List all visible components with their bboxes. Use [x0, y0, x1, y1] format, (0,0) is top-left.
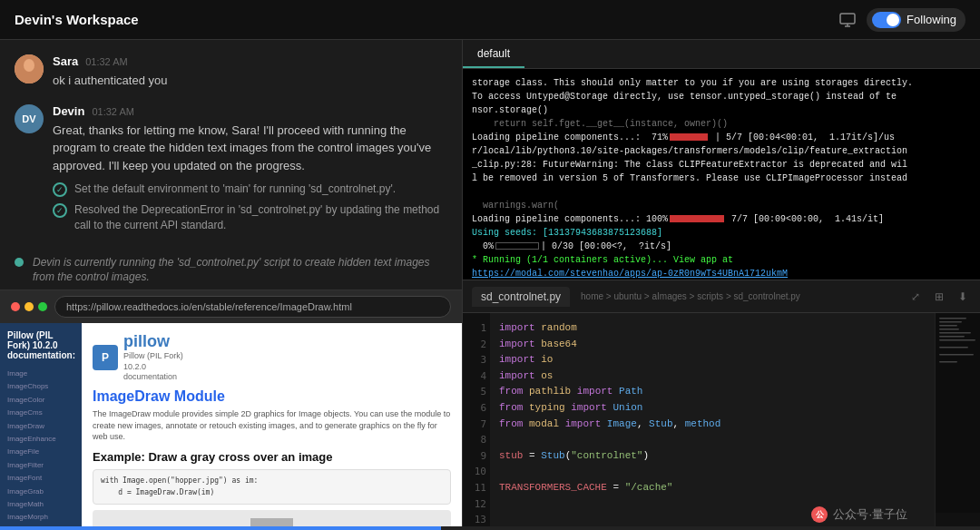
right-panel: default storage class. This should only … — [463, 40, 980, 530]
terminal-output: storage class. This should only matter t… — [463, 69, 980, 280]
code-body: 12345 678910 1112131415 import random im… — [463, 313, 980, 530]
app-link[interactable]: https://modal.com/stevenhao/apps/ap-0zR0… — [472, 269, 788, 279]
svg-point-4 — [24, 59, 34, 72]
code-line — [499, 432, 926, 448]
terminal-line: * Running (1/1 containers active)... Vie… — [472, 253, 971, 267]
code-line: stub = Stub("controlnet") — [499, 448, 926, 465]
code-tab[interactable]: sd_controlnet.py — [472, 287, 570, 307]
message-devin: DV Devin 01:32 AM Great, thanks for lett… — [15, 104, 447, 239]
toggle-switch[interactable] — [872, 12, 901, 28]
header: Devin's Workspace Following — [0, 0, 980, 40]
code-breadcrumb: home > ubuntu > aImages > scripts > sd_c… — [581, 291, 800, 301]
code-toolbar-right: ⤢ ⊞ ⬇ — [907, 289, 971, 305]
code-section: sd_controlnet.py home > ubuntu > aImages… — [463, 280, 980, 530]
status-text: Devin is currently running the 'sd_contr… — [33, 255, 447, 286]
page-main-title: ImageDraw Module — [93, 388, 451, 405]
terminal-line: nsor.storage() — [472, 103, 971, 117]
close-dot[interactable] — [11, 302, 20, 311]
code-line: TRANSFORMERS_CACHE = "/cache" — [499, 480, 926, 496]
sender-name-sara: Sara — [53, 54, 78, 68]
minimize-dot[interactable] — [24, 302, 34, 311]
svg-rect-15 — [939, 354, 974, 356]
terminal-line: https://modal.com/stevenhao/apps/ap-0zR0… — [472, 267, 971, 280]
line-numbers: 12345 678910 1112131415 — [463, 313, 490, 530]
pillow-logo: P pillow Pillow (PIL Fork)10.2.0document… — [93, 332, 451, 383]
avatar-sara — [15, 54, 44, 83]
watermark-text: 公众号·量子位 — [833, 506, 907, 523]
task-list: Set the default environment to 'main' fo… — [53, 182, 447, 233]
bottom-progress-bar — [0, 526, 980, 530]
maximize-dot[interactable] — [38, 302, 47, 311]
terminal-line: warnings.warn( — [472, 199, 971, 212]
sidebar-doc-title: Pillow (PIL Fork) 10.2.0 documentation: — [7, 330, 74, 360]
terminal-line — [472, 185, 971, 199]
sender-name-devin: Devin — [53, 104, 84, 118]
code-line: import random — [499, 320, 926, 337]
code-line — [499, 464, 926, 480]
task-item-1: Set the default environment to 'main' fo… — [53, 182, 447, 197]
terminal-line: _clip.py:28: FutureWarning: The class CL… — [472, 158, 971, 172]
following-label: Following — [906, 13, 956, 26]
page-description: The ImageDraw module provides simple 2D … — [93, 408, 451, 443]
header-right: Following — [838, 8, 965, 32]
pillow-version: Pillow (PIL Fork)10.2.0documentation — [123, 351, 183, 383]
terminal-line: Loading pipeline components...: 100% 7/7… — [472, 212, 971, 226]
progress-indicator — [0, 526, 441, 530]
browser-dots — [11, 302, 47, 311]
browser-toolbar: https://pillow.readthedocs.io/en/stable/… — [0, 290, 462, 323]
example-title: Example: Draw a gray cross over an image — [93, 450, 451, 464]
status-message: Devin is currently running the 'sd_contr… — [15, 253, 447, 288]
code-line: import io — [499, 352, 926, 368]
terminal-section: default storage class. This should only … — [463, 40, 980, 280]
terminal-tab-default[interactable]: default — [463, 40, 524, 68]
pillow-brand: pillow Pillow (PIL Fork)10.2.0documentat… — [123, 332, 183, 383]
terminal-line: storage class. This should only matter t… — [472, 76, 971, 90]
code-line: from typing import Union — [499, 400, 926, 417]
svg-rect-13 — [939, 339, 975, 341]
browser-preview: https://pillow.readthedocs.io/en/stable/… — [0, 290, 462, 530]
browser-url-bar[interactable]: https://pillow.readthedocs.io/en/stable/… — [54, 296, 451, 318]
task-check-2 — [53, 203, 67, 218]
code-line: from modal import Image, Stub, method — [499, 417, 926, 433]
split-icon[interactable]: ⊞ — [931, 289, 947, 305]
svg-rect-9 — [939, 325, 957, 327]
browser-sidebar: Pillow (PIL Fork) 10.2.0 documentation: … — [0, 323, 82, 530]
terminal-line: r/local/lib/python3.10/site-packages/tra… — [472, 144, 971, 158]
terminal-line: Loading pipeline components...: 71% | 5/… — [472, 131, 971, 144]
download-icon[interactable]: ⬇ — [955, 289, 971, 305]
left-panel: Sara 01:32 AM ok i authenticated you DV … — [0, 40, 463, 530]
sidebar-links: ImageImageChopsImageColorImageCms ImageD… — [7, 368, 74, 525]
watermark-icon: 公 — [811, 506, 828, 523]
message-time-devin: 01:32 AM — [92, 106, 133, 117]
svg-rect-6 — [936, 313, 980, 513]
following-toggle[interactable]: Following — [867, 8, 965, 32]
code-header: sd_controlnet.py home > ubuntu > aImages… — [463, 280, 980, 313]
toggle-knob — [887, 14, 899, 26]
browser-main-content: P pillow Pillow (PIL Fork)10.2.0document… — [82, 323, 462, 530]
task-label-1: Set the default environment to 'main' fo… — [74, 182, 396, 197]
code-content: import random import base64 import io im… — [490, 313, 935, 530]
code-filename: sd_controlnet.py — [481, 290, 561, 303]
watermark: 公 公众号·量子位 — [811, 506, 907, 523]
message-text-sara: ok i authenticated you — [53, 72, 447, 90]
monitor-icon — [838, 10, 858, 30]
code-line: import base64 — [499, 337, 926, 353]
svg-rect-16 — [939, 361, 957, 363]
main-content: Sara 01:32 AM ok i authenticated you DV … — [0, 40, 980, 530]
pillow-name: pillow — [123, 332, 183, 351]
svg-rect-11 — [939, 332, 971, 334]
expand-icon[interactable]: ⤢ — [907, 289, 924, 305]
svg-rect-12 — [939, 336, 965, 338]
svg-rect-8 — [939, 321, 962, 323]
message-body-sara: Sara 01:32 AM ok i authenticated you — [53, 54, 447, 90]
status-dot — [15, 258, 24, 267]
svg-rect-7 — [939, 318, 966, 319]
svg-rect-14 — [939, 347, 968, 348]
terminal-line: l be removed in version 5 of Transformer… — [472, 172, 971, 185]
pillow-icon: P — [93, 345, 118, 370]
terminal-line: 0%| 0/30 [00:00<?, ?it/s] — [472, 240, 971, 253]
message-time-sara: 01:32 AM — [85, 56, 127, 67]
message-body-devin: Devin 01:32 AM Great, thanks for letting… — [53, 104, 447, 239]
task-item-2: Resolved the DeprecationError in 'sd_con… — [53, 202, 447, 233]
message-header-devin: Devin 01:32 AM — [53, 104, 447, 118]
